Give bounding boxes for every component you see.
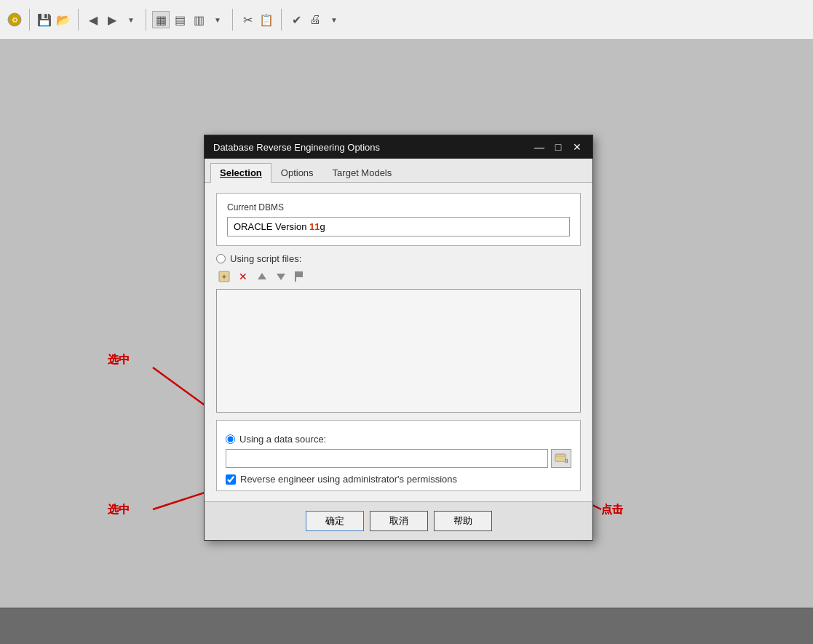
current-dbms-section: Current DBMS ORACLE Version 11g — [216, 193, 581, 246]
toolbar-group-6: ✔ 🖨 ▼ — [287, 11, 343, 28]
separator-4 — [232, 9, 233, 31]
svg-rect-11 — [296, 271, 303, 277]
data-source-browse-button[interactable]: ⊞ — [551, 449, 571, 468]
label-select2: 选中 — [108, 503, 130, 517]
svg-marker-9 — [258, 273, 266, 279]
toolbar-group-2: 💾 📂 — [36, 11, 72, 28]
svg-marker-10 — [277, 274, 285, 280]
tab-selection[interactable]: Selection — [210, 163, 271, 183]
reverse-engineer-checkbox-row: Reverse engineer using administrator's p… — [226, 474, 571, 485]
close-button[interactable]: ✕ — [571, 140, 584, 154]
label-click: 点击 — [601, 503, 623, 517]
dialog-titlebar: Database Reverse Engineering Options — □… — [205, 135, 592, 159]
toolbar-group-5: ✂ 📋 — [239, 11, 275, 28]
svg-text:+: + — [222, 272, 226, 281]
toolbar: ⚙ 💾 📂 ◀ ▶ ▼ ▦ ▤ ▥ ▼ ✂ 📋 ✔ 🖨 ▼ — [0, 0, 813, 40]
script-toolbar: + ✕ — [216, 267, 581, 286]
svg-text:⊞: ⊞ — [565, 458, 568, 464]
forward-icon[interactable]: ▶ — [103, 11, 121, 28]
open-icon[interactable]: 📂 — [55, 11, 72, 28]
check-icon[interactable]: ✔ — [287, 11, 305, 28]
dialog-controls: — □ ✕ — [533, 140, 584, 154]
view1-icon[interactable]: ▦ — [152, 11, 170, 28]
confirm-button[interactable]: 确定 — [306, 511, 364, 531]
script-files-section: Using script files: + ✕ — [216, 253, 581, 413]
home-icon[interactable]: ⚙ — [6, 11, 23, 28]
help-button[interactable]: 帮助 — [434, 511, 492, 531]
flag-button[interactable] — [292, 269, 308, 285]
script-files-label: Using script files: — [230, 253, 301, 264]
separator-5 — [281, 9, 282, 31]
toolbar-group-3: ◀ ▶ ▼ — [84, 11, 140, 28]
using-script-files-row: Using script files: — [216, 253, 581, 264]
print-icon[interactable]: 🖨 — [306, 11, 324, 28]
toolbar-group-1: ⚙ — [6, 11, 23, 28]
admin-permissions-label: Reverse engineer using administrator's p… — [240, 474, 457, 485]
cancel-button[interactable]: 取消 — [370, 511, 428, 531]
using-data-source-row: Using a data source: — [226, 434, 571, 445]
maximize-button[interactable]: □ — [552, 140, 565, 154]
svg-text:⚙: ⚙ — [12, 16, 18, 24]
status-bar — [0, 608, 813, 644]
move-up-button[interactable] — [254, 269, 270, 285]
separator-1 — [29, 9, 30, 31]
toolbar-group-4: ▦ ▤ ▥ ▼ — [152, 11, 226, 28]
save-icon[interactable]: 💾 — [36, 11, 53, 28]
svg-rect-14 — [555, 456, 566, 461]
label-select1: 选中 — [108, 353, 130, 367]
radio-data-source[interactable] — [226, 434, 235, 444]
version-number: 11 — [309, 221, 320, 232]
data-source-input-row: ⊞ — [226, 449, 571, 468]
back-icon[interactable]: ◀ — [84, 11, 102, 28]
svg-text:✕: ✕ — [239, 271, 247, 282]
script-files-area — [216, 289, 581, 413]
main-content: 选中 选中 点击 选中 选中 点击 Database Reverse Engin… — [0, 40, 813, 608]
current-dbms-label: Current DBMS — [227, 202, 570, 212]
admin-permissions-checkbox[interactable] — [226, 474, 236, 485]
dialog: Database Reverse Engineering Options — □… — [204, 135, 593, 541]
add-script-button[interactable]: + — [216, 269, 232, 285]
view2-icon[interactable]: ▤ — [171, 11, 189, 28]
dialog-title: Database Reverse Engineering Options — [213, 142, 380, 153]
tab-target-models[interactable]: Target Models — [323, 163, 402, 182]
data-source-section: Using a data source: ⊞ Reverse — [216, 420, 581, 491]
dialog-footer: 确定 取消 帮助 — [205, 501, 592, 540]
dropdown-icon[interactable]: ▼ — [122, 11, 140, 28]
move-down-button[interactable] — [273, 269, 289, 285]
cut-icon[interactable]: ✂ — [239, 11, 256, 28]
current-dbms-value: ORACLE Version 11g — [227, 217, 570, 236]
data-source-input[interactable] — [226, 449, 548, 468]
paste-icon[interactable]: 📋 — [258, 11, 275, 28]
view3-icon[interactable]: ▥ — [190, 11, 207, 28]
radio-script-files[interactable] — [216, 254, 226, 263]
data-source-label: Using a data source: — [239, 434, 326, 445]
separator-2 — [78, 9, 79, 31]
dropdown2-icon[interactable]: ▼ — [209, 11, 226, 28]
dialog-tabs: Selection Options Target Models — [205, 159, 592, 183]
dialog-body: Current DBMS ORACLE Version 11g Using sc… — [205, 183, 592, 501]
separator-3 — [146, 9, 146, 31]
dropdown3-icon[interactable]: ▼ — [325, 11, 343, 28]
remove-script-button[interactable]: ✕ — [235, 269, 251, 285]
minimize-button[interactable]: — — [533, 140, 546, 154]
tab-options[interactable]: Options — [271, 163, 323, 182]
